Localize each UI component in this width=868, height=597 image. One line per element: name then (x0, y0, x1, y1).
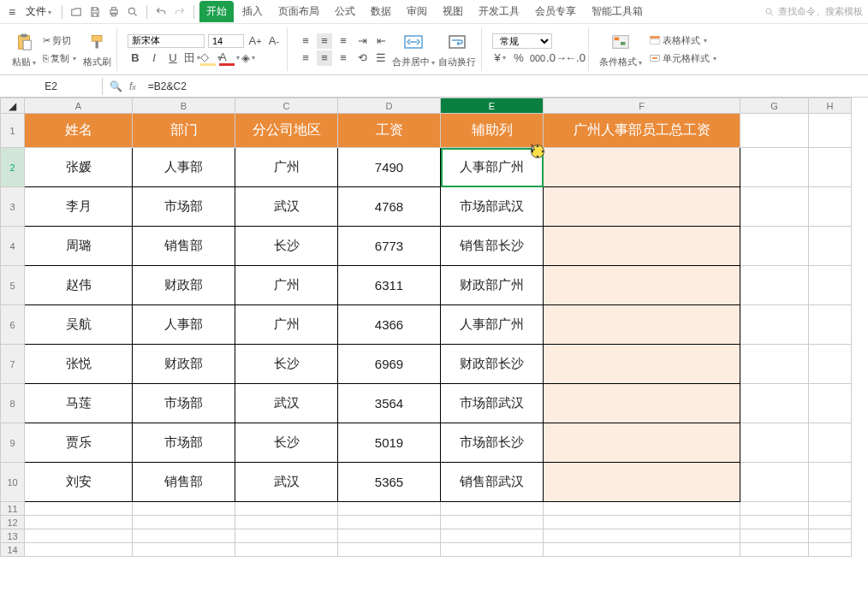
tab-formula[interactable]: 公式 (328, 1, 362, 22)
indent-dec-icon[interactable]: ⇤ (373, 33, 389, 49)
cell[interactable]: 张悦 (25, 345, 133, 384)
cell[interactable]: 周璐 (25, 227, 133, 266)
merge-icon[interactable] (401, 30, 425, 54)
cut-button[interactable]: ✂ 剪切 (39, 33, 80, 49)
align-bottom-icon[interactable]: ≡ (336, 33, 351, 49)
orient-icon[interactable]: ⟲ (354, 50, 370, 66)
cell[interactable] (338, 543, 441, 557)
fill-color-icon[interactable]: ◇ (203, 50, 218, 66)
cell[interactable]: 4366 (338, 305, 441, 345)
align-top-icon[interactable]: ≡ (298, 33, 313, 49)
col-header[interactable]: G (740, 98, 809, 114)
col-header[interactable]: H (809, 98, 852, 114)
cell[interactable] (25, 543, 133, 557)
align-right-icon[interactable]: ≡ (336, 50, 351, 66)
col-header[interactable]: E (441, 98, 544, 114)
cell[interactable] (544, 502, 740, 516)
col-header[interactable]: D (338, 98, 441, 114)
file-menu[interactable]: 文件 (21, 3, 56, 21)
cell[interactable]: 财政部 (133, 266, 235, 305)
font-size-combo[interactable] (208, 34, 244, 48)
cell[interactable]: 3564 (338, 384, 441, 423)
cell[interactable] (809, 384, 852, 423)
cell[interactable] (809, 423, 852, 463)
cell[interactable] (740, 423, 809, 463)
cell[interactable]: 广州 (235, 305, 338, 345)
tab-dev[interactable]: 开发工具 (472, 1, 526, 22)
cell[interactable] (809, 227, 852, 266)
cell[interactable]: 武汉 (235, 187, 338, 227)
cell[interactable] (740, 502, 809, 516)
cell[interactable] (809, 463, 852, 502)
font-name-combo[interactable] (128, 34, 205, 48)
tab-smart[interactable]: 智能工具箱 (585, 1, 650, 22)
table-header[interactable]: 广州人事部员工总工资 (544, 114, 740, 148)
format-painter-icon[interactable] (86, 30, 110, 54)
cell[interactable]: 4768 (338, 187, 441, 227)
cell[interactable]: 5019 (338, 423, 441, 463)
cell[interactable] (441, 543, 544, 557)
table-header[interactable]: 辅助列 (441, 114, 544, 148)
row-header[interactable]: 5 (1, 266, 25, 305)
cond-format-label[interactable]: 条件格式 (599, 56, 642, 68)
select-all-corner[interactable]: ◢ (1, 98, 25, 114)
fx-icon[interactable]: fx (129, 80, 136, 92)
cell[interactable]: 6969 (338, 345, 441, 384)
comma-icon[interactable]: 000 (530, 50, 545, 66)
cell[interactable] (338, 502, 441, 516)
cell[interactable] (441, 529, 544, 543)
cell[interactable]: 销售部长沙 (441, 227, 544, 266)
cell[interactable] (740, 227, 809, 266)
table-style-button[interactable]: 表格样式 (645, 33, 720, 49)
cell[interactable] (544, 516, 740, 529)
cell[interactable]: 人事部 (133, 305, 235, 345)
col-header[interactable]: F (544, 98, 740, 114)
cell[interactable] (441, 516, 544, 529)
cell[interactable] (544, 266, 740, 305)
cell[interactable] (133, 543, 235, 557)
row-header[interactable]: 10 (1, 463, 25, 502)
cell[interactable]: 市场部武汉 (441, 384, 544, 423)
cell[interactable]: 长沙 (235, 227, 338, 266)
cell[interactable]: 赵伟 (25, 266, 133, 305)
row-header[interactable]: 8 (1, 384, 25, 423)
cell[interactable] (544, 543, 740, 557)
cell[interactable] (133, 502, 235, 516)
cell[interactable]: 广州 (235, 148, 338, 187)
cell[interactable] (809, 502, 852, 516)
cell[interactable] (544, 463, 740, 502)
copy-button[interactable]: ⎘ 复制 (39, 50, 80, 67)
cell[interactable]: 张媛 (25, 148, 133, 187)
tab-layout[interactable]: 页面布局 (271, 1, 326, 22)
cell[interactable] (740, 305, 809, 345)
cell[interactable] (809, 187, 852, 227)
tab-insert[interactable]: 插入 (235, 1, 270, 22)
row-header[interactable]: 6 (1, 305, 25, 345)
cell[interactable] (544, 345, 740, 384)
font-color-icon[interactable]: A (222, 50, 237, 66)
cell[interactable] (809, 516, 852, 529)
row-header[interactable]: 12 (1, 516, 25, 529)
formula-input[interactable]: =B2&C2 (143, 78, 868, 95)
align-left-icon[interactable]: ≡ (298, 50, 313, 66)
cell[interactable] (809, 543, 852, 557)
print-icon[interactable] (105, 3, 122, 21)
cell[interactable] (544, 384, 740, 423)
cell[interactable] (25, 529, 133, 543)
cell[interactable] (740, 345, 809, 384)
highlight-icon[interactable]: ◈ (241, 50, 256, 66)
cell[interactable]: 7490 (338, 148, 441, 187)
wrap-icon[interactable] (445, 30, 469, 54)
align-middle-icon[interactable]: ≡ (317, 33, 332, 49)
row-header[interactable]: 3 (1, 187, 25, 227)
tab-member[interactable]: 会员专享 (528, 1, 583, 22)
cell[interactable]: 武汉 (235, 463, 338, 502)
cell[interactable]: 6773 (338, 227, 441, 266)
cell[interactable] (809, 114, 852, 148)
decrease-font-icon[interactable]: A- (266, 33, 282, 49)
table-header[interactable]: 姓名 (25, 114, 133, 148)
cell[interactable] (544, 148, 740, 187)
fx-search-icon[interactable]: 🔍 (110, 80, 122, 92)
cell[interactable]: 市场部长沙 (441, 423, 544, 463)
cell-style-button[interactable]: 单元格样式 (645, 50, 720, 67)
